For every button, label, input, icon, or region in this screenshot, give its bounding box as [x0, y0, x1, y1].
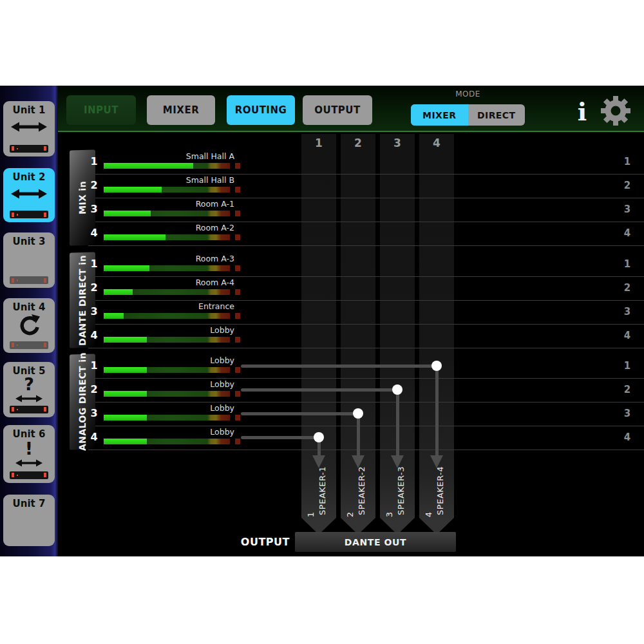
channel-number-right: 1	[618, 360, 636, 372]
level-meter	[104, 391, 230, 397]
level-meter	[104, 265, 230, 271]
channel-number-right: 2	[618, 384, 636, 395]
channel-label: Room A-4	[116, 278, 234, 287]
peak-indicator	[235, 391, 240, 397]
row-separator	[88, 300, 644, 301]
row-separator	[88, 174, 644, 175]
channel-number-right: 1	[618, 156, 636, 167]
channel-number-right: 4	[618, 330, 636, 341]
channel-label: Entrance	[116, 301, 234, 311]
peak-indicator	[235, 163, 240, 169]
peak-indicator	[235, 234, 240, 240]
route-shaft	[396, 390, 399, 455]
peak-indicator	[235, 211, 240, 216]
output-column-number: 2	[341, 137, 375, 149]
channel-number-right: 1	[618, 258, 636, 270]
peak-indicator	[235, 337, 240, 343]
route-line	[241, 388, 397, 392]
channel-label: Lobby	[116, 325, 234, 335]
level-meter	[104, 313, 230, 319]
route-arrowhead-icon	[430, 455, 443, 468]
speaker-number: 4	[424, 512, 433, 517]
output-column-number: 1	[301, 137, 336, 149]
level-meter	[104, 337, 230, 343]
page: Unit 1Unit 2Unit 3Unit 4Unit 5?Unit 6!Un…	[0, 0, 644, 644]
channel-label: Lobby	[116, 403, 234, 413]
output-label: OUTPUT	[213, 536, 290, 548]
row-separator	[88, 324, 644, 325]
channel-label: Room A-2	[116, 223, 234, 232]
level-meter	[104, 163, 230, 169]
route-shaft	[435, 366, 439, 455]
route-arrowhead-icon	[391, 455, 404, 468]
channel-number-right: 4	[618, 431, 636, 443]
channel-number-right: 3	[618, 204, 636, 215]
channel-number: 2	[86, 179, 102, 191]
channel-number-right: 2	[618, 282, 636, 294]
channel-label: Small Hall A	[116, 151, 234, 161]
channel-number-right: 4	[618, 227, 636, 239]
route-node[interactable]	[314, 432, 324, 442]
channel-number: 3	[86, 203, 102, 215]
channel-number-right: 3	[618, 408, 636, 419]
row-separator	[88, 198, 644, 198]
output-column-1[interactable]: 11SPEAKER-1	[301, 134, 336, 535]
channel-label: Room A-3	[116, 254, 234, 263]
channel-number: 2	[86, 281, 102, 294]
route-node[interactable]	[392, 384, 402, 395]
route-line	[241, 365, 437, 368]
dante-out-bus: DANTE OUT	[295, 532, 456, 552]
channel-number: 1	[86, 258, 102, 270]
peak-indicator	[235, 265, 240, 271]
speaker-name: SPEAKER-2	[357, 466, 366, 515]
output-column-number: 4	[419, 137, 454, 149]
channel-number-right: 2	[618, 180, 636, 191]
channel-number-right: 3	[618, 306, 636, 317]
peak-indicator	[235, 367, 240, 373]
level-meter	[104, 367, 230, 373]
speaker-number: 3	[384, 512, 394, 517]
peak-indicator	[235, 439, 240, 444]
speaker-name: SPEAKER-4	[435, 466, 445, 515]
channel-label: Lobby	[116, 355, 234, 365]
channel-label: Lobby	[116, 427, 234, 437]
channel-label: Room A-1	[116, 199, 234, 209]
peak-indicator	[235, 187, 240, 193]
row-separator	[88, 348, 644, 348]
output-column-3[interactable]: 33SPEAKER-3	[380, 134, 415, 535]
channel-number: 4	[86, 329, 102, 341]
routing-matrix: OUTPUT DANTE OUT 11SPEAKER-122SPEAKER-23…	[0, 86, 644, 556]
route-shaft	[357, 413, 360, 455]
speaker-name: SPEAKER-1	[317, 466, 327, 515]
channel-label: Small Hall B	[116, 175, 234, 185]
row-separator	[88, 402, 644, 402]
route-arrowhead-icon	[352, 455, 365, 468]
peak-indicator	[235, 289, 240, 295]
row-separator	[88, 450, 644, 450]
output-column-4[interactable]: 44SPEAKER-4	[419, 134, 454, 535]
output-column-2[interactable]: 22SPEAKER-2	[341, 134, 375, 535]
speaker-name: SPEAKER-3	[396, 466, 406, 515]
route-line	[241, 436, 319, 439]
channel-number: 1	[86, 359, 102, 372]
channel-number: 3	[86, 407, 102, 419]
level-meter	[104, 234, 230, 240]
level-meter	[104, 415, 230, 421]
channel-number: 4	[86, 227, 102, 239]
route-node[interactable]	[353, 408, 363, 419]
channel-number: 4	[86, 431, 102, 443]
peak-indicator	[235, 415, 240, 421]
level-meter	[104, 211, 230, 216]
level-meter	[104, 439, 230, 444]
row-separator	[88, 276, 644, 277]
peak-indicator	[235, 313, 240, 319]
channel-number: 1	[86, 155, 102, 167]
route-node[interactable]	[431, 361, 442, 371]
row-separator	[88, 378, 644, 379]
route-line	[241, 412, 358, 415]
channel-label: Lobby	[116, 379, 234, 389]
row-separator	[88, 222, 644, 222]
route-arrowhead-icon	[312, 455, 325, 468]
speaker-number: 2	[345, 512, 355, 517]
channel-number: 3	[86, 305, 102, 317]
